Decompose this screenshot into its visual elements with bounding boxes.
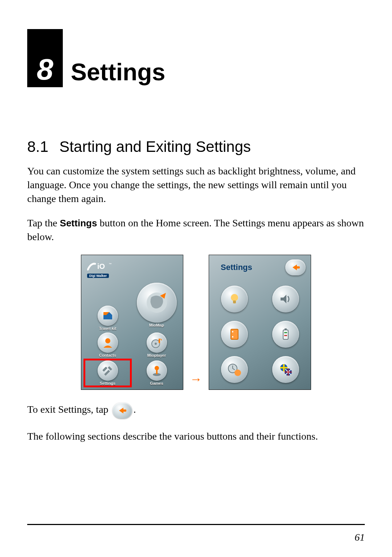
flag-icon — [278, 362, 293, 377]
svg-point-20 — [228, 364, 237, 373]
mio-logo: iO ™ Digi Walker — [87, 262, 118, 278]
back-arrow-icon — [117, 407, 128, 415]
page-number: 61 — [355, 532, 365, 543]
svg-point-9 — [155, 366, 159, 370]
home-label-contacts: Contacts — [99, 353, 116, 358]
home-grid: Travel kit MioMap — [83, 279, 181, 387]
section-heading: 8.1Starting and Exiting Settings — [27, 138, 365, 156]
tap-button-word: Settings — [60, 218, 97, 229]
svg-point-22 — [280, 364, 287, 371]
section-title: Starting and Exiting Settings — [59, 138, 251, 155]
chapter-title: Settings — [71, 58, 165, 87]
backlight-button[interactable] — [221, 286, 248, 312]
photos-icon — [98, 306, 118, 326]
svg-rect-18 — [284, 332, 287, 333]
person-icon — [98, 332, 118, 353]
svg-rect-6 — [102, 367, 107, 372]
home-item-contacts[interactable]: Contacts — [83, 332, 132, 358]
back-button[interactable] — [285, 259, 306, 275]
chapter-number: 8 — [37, 55, 53, 84]
clock-globe-icon — [227, 362, 242, 377]
chapter-number-block: 8 — [27, 29, 63, 87]
exit-prefix: To exit Settings, tap — [27, 404, 111, 415]
home-label-mioplayer: Mioplayer — [147, 353, 166, 358]
home-item-games[interactable]: Games — [132, 359, 181, 387]
volume-button[interactable] — [272, 286, 299, 312]
svg-rect-16 — [283, 330, 288, 339]
screen-button[interactable] — [221, 321, 248, 348]
settings-title: Settings — [221, 263, 252, 272]
settings-grid — [214, 284, 306, 384]
volume-icon — [278, 292, 293, 306]
tools-icon — [98, 360, 118, 381]
datetime-button[interactable] — [221, 356, 248, 383]
svg-point-25 — [285, 368, 292, 376]
svg-point-14 — [232, 331, 233, 332]
home-item-mioplayer[interactable]: Mioplayer — [132, 332, 181, 358]
svg-rect-19 — [284, 335, 287, 336]
home-label-games: Games — [150, 381, 163, 386]
svg-point-21 — [234, 370, 241, 376]
inline-back-button[interactable] — [113, 403, 132, 419]
svg-rect-17 — [285, 328, 287, 330]
svg-rect-26 — [122, 409, 126, 412]
page: 8 Settings 8.1Starting and Exiting Setti… — [0, 0, 392, 557]
globe-icon — [137, 283, 177, 323]
home-item-settings[interactable]: Settings — [83, 359, 132, 387]
home-label-miomap: MioMap — [149, 323, 164, 327]
tap-paragraph: Tap the Settings button on the Home scre… — [27, 216, 365, 244]
footer-rule — [27, 524, 365, 525]
home-label-travelkit: Travel kit — [99, 326, 117, 331]
svg-point-2 — [147, 292, 167, 313]
screenshot-row: iO ™ Digi Walker Travel kit — [27, 255, 365, 390]
svg-rect-24 — [283, 364, 285, 371]
home-screen: iO ™ Digi Walker Travel kit — [81, 255, 183, 390]
arrow-right-icon: → — [190, 372, 202, 386]
back-arrow-icon — [290, 263, 301, 272]
chapter-header: 8 Settings — [27, 29, 365, 87]
svg-text:™: ™ — [109, 263, 112, 266]
svg-point-4 — [152, 340, 160, 348]
logo-subtext: Digi Walker — [87, 274, 109, 278]
svg-point-5 — [155, 343, 157, 345]
home-item-miomap[interactable]: MioMap — [132, 279, 181, 331]
svg-rect-10 — [295, 266, 300, 269]
svg-rect-13 — [231, 329, 238, 339]
svg-rect-23 — [280, 367, 287, 368]
following-paragraph: The following sections describe the vari… — [27, 429, 365, 443]
section-number: 8.1 — [27, 138, 48, 156]
joystick-icon — [147, 360, 167, 381]
bulb-icon — [227, 292, 242, 306]
power-icon — [278, 327, 293, 342]
svg-point-15 — [232, 336, 233, 338]
settings-screen: Settings — [209, 255, 311, 390]
power-button[interactable] — [272, 321, 299, 348]
intro-paragraph: You can customize the system settings su… — [27, 164, 365, 205]
settings-header: Settings — [209, 259, 311, 275]
exit-suffix: . — [134, 404, 136, 415]
home-item-photos[interactable]: Travel kit — [83, 305, 132, 331]
svg-rect-12 — [233, 300, 236, 303]
home-label-settings: Settings — [100, 381, 115, 386]
screen-icon — [227, 327, 242, 342]
svg-text:iO: iO — [97, 262, 105, 270]
exit-paragraph: To exit Settings, tap . — [27, 403, 365, 419]
svg-point-11 — [231, 294, 238, 301]
language-button[interactable] — [272, 356, 299, 383]
svg-point-7 — [153, 373, 161, 376]
svg-rect-8 — [156, 369, 158, 374]
mio-logo-icon: iO ™ — [87, 262, 118, 271]
tap-prefix: Tap the — [27, 217, 60, 229]
svg-point-3 — [105, 338, 110, 343]
disc-icon — [147, 332, 167, 353]
